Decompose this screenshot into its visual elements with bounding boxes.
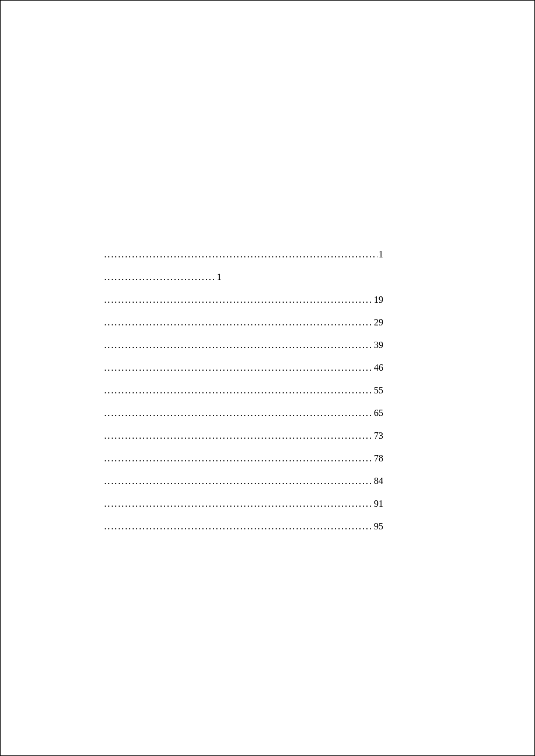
toc-entry: 73 [104, 431, 383, 441]
toc-entry: 91 [104, 499, 383, 509]
toc-entry-page: 1 [377, 249, 383, 260]
toc-entry-page: 84 [373, 476, 383, 486]
toc-entry: 78 [104, 453, 383, 464]
toc-entry: 29 [104, 317, 383, 328]
toc-leader [104, 476, 373, 486]
toc-entry: 1 [104, 249, 383, 260]
toc-entry: 46 [104, 363, 383, 373]
toc-entry-page: 95 [373, 521, 383, 532]
toc-entry: 1 [104, 272, 222, 282]
toc-entry-page: 19 [373, 295, 383, 305]
toc-entry-page: 29 [373, 317, 383, 328]
toc-leader [104, 453, 373, 464]
toc-leader [104, 499, 373, 509]
toc-entry-page: 78 [373, 453, 383, 464]
toc-leader [104, 272, 216, 282]
document-page: 1 1 19 29 39 46 [0, 0, 535, 756]
toc-entry-page: 46 [373, 363, 383, 373]
toc-entry: 65 [104, 408, 383, 418]
toc-leader [104, 363, 373, 373]
toc-entry-page: 1 [216, 272, 222, 282]
toc-entry-page: 55 [373, 385, 383, 396]
toc-entry-page: 39 [373, 340, 383, 350]
toc-leader [104, 340, 373, 350]
toc-leader [104, 317, 373, 328]
toc-leader [104, 408, 373, 418]
toc-entry: 95 [104, 521, 383, 532]
toc-entry: 19 [104, 295, 383, 305]
toc-leader [104, 295, 373, 305]
toc-entry: 55 [104, 385, 383, 396]
toc-entry-page: 65 [373, 408, 383, 418]
toc-entry-page: 73 [373, 431, 383, 441]
table-of-contents: 1 1 19 29 39 46 [104, 249, 383, 532]
toc-entry-page: 91 [373, 499, 383, 509]
toc-leader [104, 385, 373, 396]
toc-leader [104, 249, 377, 260]
toc-leader [104, 521, 373, 532]
toc-entry: 84 [104, 476, 383, 486]
toc-entry: 39 [104, 340, 383, 350]
toc-leader [104, 431, 373, 441]
